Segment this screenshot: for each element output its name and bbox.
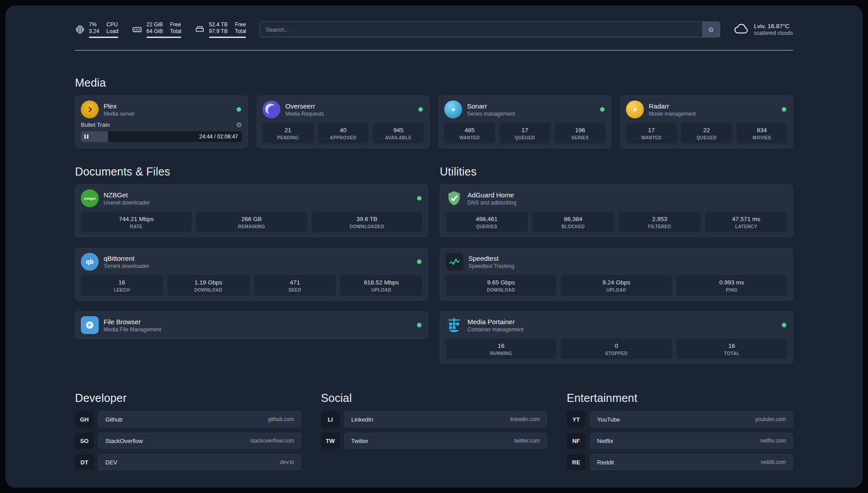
stat-tile: 21PENDING [263,123,313,143]
screenshot-frame: 7% 3.24 CPU Load [0,0,868,493]
service-card-qbittorrent[interactable]: qb qBittorrent Torrent downloader 16LEEC… [75,248,428,301]
service-name: qBittorrent [104,254,412,263]
topbar-divider [75,50,793,50]
nzbget-icon: nzbget [81,189,99,207]
service-card-plex[interactable]: Plex Media server Bullet Train ⚙ 24:44 /… [75,96,248,148]
bookmark-stackoverflow[interactable]: SO StackOverflowstackoverflow.com [75,433,301,449]
stat-tile: 17QUEUED [500,123,551,143]
service-card-sonarr[interactable]: Sonarr Series management 485WANTED 17QUE… [438,96,611,148]
memory-widget: 22 GiB 64 GiB Free Total [132,21,181,38]
status-dot [237,107,241,112]
section-title-developer: Developer [75,392,301,405]
bookmark-abbr: DT [75,454,94,470]
cpu-values: 7% 3.24 [89,21,99,35]
stat-tile: 16TOTAL [676,338,787,359]
plex-icon [81,100,99,118]
search-input[interactable] [259,21,720,38]
status-dot [417,196,421,201]
service-subtitle: Media server [104,111,232,117]
bookmark-group-entertainment: Entertainment YT YouTubeyoutube.com NF N… [567,392,793,476]
search-bar: G [259,21,720,38]
service-subtitle: Movie management [649,111,777,117]
service-name: Speedtest [468,254,787,263]
settings-icon[interactable]: ⚙ [236,121,242,128]
disk-values: 52.4 TB 97.9 TB [209,21,228,35]
service-subtitle: Series management [467,111,595,117]
stat-tile: 498,461QUERIES [446,212,528,232]
service-name: Media Portainer [467,318,777,326]
section-title-media: Media [75,76,793,89]
stat-tile: 618.52 MbpsUPLOAD [340,275,422,296]
service-card-portainer[interactable]: Media Portainer Container management 16R… [440,311,793,364]
service-card-speedtest[interactable]: Speedtest Speedtest Tracking 9.65 GbpsDO… [440,248,793,301]
service-card-nzbget[interactable]: nzbget NZBGet Usenet downloader 744.21 M… [75,184,428,237]
disk-total: 97.9 TB [209,28,228,35]
service-name: Plex [104,102,232,110]
stat-tile: 9.24 GbpsUPLOAD [561,275,672,296]
bookmark-abbr: YT [567,411,585,427]
memory-values: 22 GiB 64 GiB [146,21,163,35]
stat-tile: 17WANTED [626,123,677,143]
search-provider-button[interactable]: G [702,21,720,38]
dashboard: 7% 3.24 CPU Load [5,5,863,488]
service-subtitle: Media Requests [285,111,413,117]
bookmark-youtube[interactable]: YT YouTubeyoutube.com [567,411,793,427]
utilities-column: Utilities AdGuard Home DNS and adblockin… [440,165,793,364]
bookmark-group-developer: Developer GH Githubgithub.com SO StackOv… [75,392,301,476]
bookmark-abbr: RE [567,454,585,470]
top-bar: 7% 3.24 CPU Load [75,19,793,40]
service-card-filebrowser[interactable]: File Browser Media File Management [75,311,428,339]
stat-tile: 39.6 TBDOWNLOADED [312,212,422,232]
service-name: Sonarr [467,102,595,110]
service-subtitle: Speedtest Tracking [468,263,787,270]
status-dot [417,259,421,264]
stat-tile: 471SEED [254,275,336,296]
service-card-radarr[interactable]: Radarr Movie management 17WANTED 22QUEUE… [620,96,793,148]
bookmark-reddit[interactable]: RE Redditreddit.com [567,454,793,470]
bookmark-netflix[interactable]: NF Netflixnetflix.com [567,433,793,449]
service-card-overseerr[interactable]: Overseerr Media Requests 21PENDING 40APP… [257,96,430,148]
bookmark-github[interactable]: GH Githubgithub.com [75,411,301,427]
status-dot [782,323,786,327]
cpu-percent: 7% [89,21,99,28]
cpu-icon [75,25,85,34]
stat-tile: 22QUEUED [681,123,732,143]
stat-tile: 834MOVIES [736,123,787,143]
section-title-social: Social [321,392,547,405]
memory-free: 22 GiB [146,21,163,28]
pause-icon[interactable] [84,134,88,139]
radarr-icon [626,100,644,118]
cpu-load: 3.24 [89,28,99,35]
weather-widget: Lviv, 16.87°C scattered clouds [734,22,793,37]
bookmark-twitter[interactable]: TW Twittertwitter.com [321,433,547,449]
bookmark-abbr: NF [567,433,585,449]
status-dot [417,323,421,327]
stat-tile: 40APPROVED [318,123,369,143]
stat-tile: 86,384BLOCKED [532,212,614,232]
portainer-icon [446,316,463,334]
service-card-adguard[interactable]: AdGuard Home DNS and adblocking 498,461Q… [440,184,793,237]
overseerr-icon [263,100,280,118]
service-subtitle: DNS and adblocking [467,200,787,206]
bookmark-linkedin[interactable]: LI LinkedInlinkedin.com [321,411,547,427]
service-name: File Browser [104,318,412,326]
stat-tile: 945AVAILABLE [373,123,424,143]
media-grid: Plex Media server Bullet Train ⚙ 24:44 /… [75,96,793,148]
section-title-documents: Documents & Files [75,165,428,178]
memory-total: 64 GiB [146,28,163,35]
bookmark-abbr: SO [75,433,94,449]
stat-tile: 266 GBREMAINING [196,212,307,232]
bookmark-abbr: TW [321,433,340,449]
status-dot [600,107,605,112]
disk-labels: Free Total [235,21,246,35]
sonarr-icon [444,100,462,118]
bookmark-abbr: LI [321,411,340,427]
cpu-widget: 7% 3.24 CPU Load [75,21,118,38]
stat-tile: 2,953FILTERED [619,212,701,232]
service-name: Radarr [649,102,777,110]
service-subtitle: Media File Management [104,326,412,333]
speedtest-icon [446,253,463,271]
playback-progress-bar[interactable]: 24:44 / 02:06:47 [81,131,242,142]
bookmark-dev[interactable]: DT DEVdev.to [75,454,301,470]
disk-free: 52.4 TB [209,21,228,28]
